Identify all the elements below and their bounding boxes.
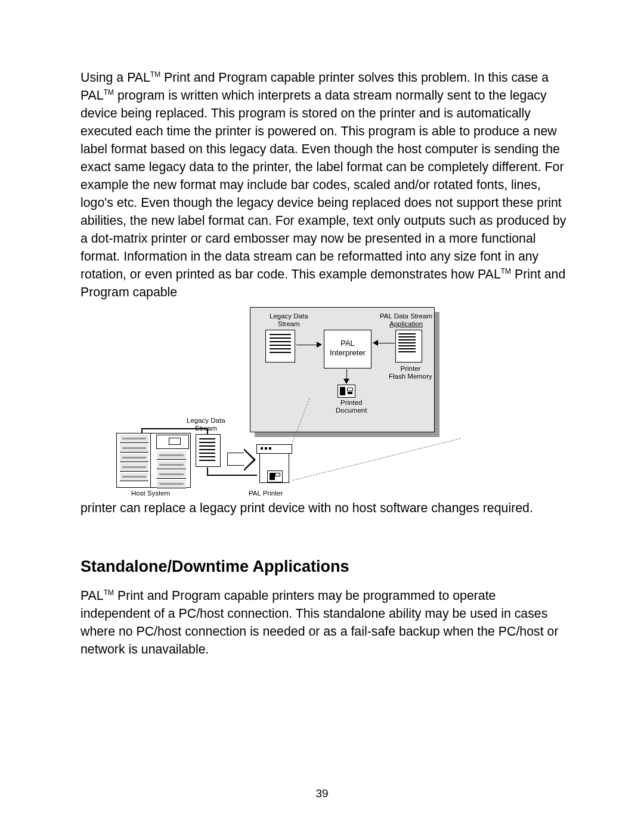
text: program is written which interprets a da… (80, 88, 566, 281)
label-host-system: Host System (131, 490, 170, 497)
paragraph-1: Using a PALTM Print and Program capable … (80, 69, 566, 301)
legacy-stream-icon-2 (196, 434, 221, 467)
trademark-sup: TM (104, 589, 114, 597)
arrow-head-icon (373, 340, 378, 346)
label-printer-flash: PrinterFlash Memory (389, 365, 432, 380)
arrow-head-icon (343, 379, 349, 384)
arrow-line (296, 345, 318, 345)
label-pal-data-stream: PAL Data StreamApplication (380, 312, 432, 328)
label-legacy-data-stream-2: Legacy DataStream (187, 417, 225, 432)
document-page: Using a PALTM Print and Program capable … (0, 0, 644, 833)
text: Print and Program capable printers may b… (80, 589, 558, 657)
label-legacy-data-stream: Legacy DataStream (270, 312, 308, 328)
flow-arrow-icon (227, 453, 244, 466)
trademark-sup: TM (104, 88, 114, 97)
trademark-sup: TM (501, 267, 511, 275)
text: Using a PAL (80, 70, 150, 85)
heading-standalone-downtime: Standalone/Downtime Applications (80, 558, 566, 576)
arrow-head-icon (317, 342, 322, 348)
paragraph-2: PALTM Print and Program capable printers… (80, 587, 566, 658)
host-system-icon (116, 433, 191, 488)
paragraph-1-cont: printer can replace a legacy print devic… (80, 499, 566, 517)
architecture-diagram: Legacy DataStream PALInterpreter PAL Dat… (98, 306, 456, 497)
label-printed-document: PrintedDocument (336, 399, 367, 414)
pal-app-icon (395, 330, 422, 363)
pal-printer-top (256, 444, 292, 454)
trademark-sup: TM (150, 70, 160, 79)
connector-line (207, 475, 257, 476)
page-number: 39 (0, 787, 644, 800)
arrow-line (378, 343, 395, 343)
label-pal-printer: PAL Printer (249, 490, 283, 497)
printed-document-icon (338, 385, 355, 398)
projection-line (293, 438, 461, 481)
text: PAL (80, 589, 104, 603)
pal-printer-output-icon (267, 470, 283, 482)
pal-interpreter-box: PALInterpreter (324, 330, 371, 368)
legacy-stream-icon (265, 330, 295, 363)
text: printer can replace a legacy print devic… (80, 501, 533, 515)
